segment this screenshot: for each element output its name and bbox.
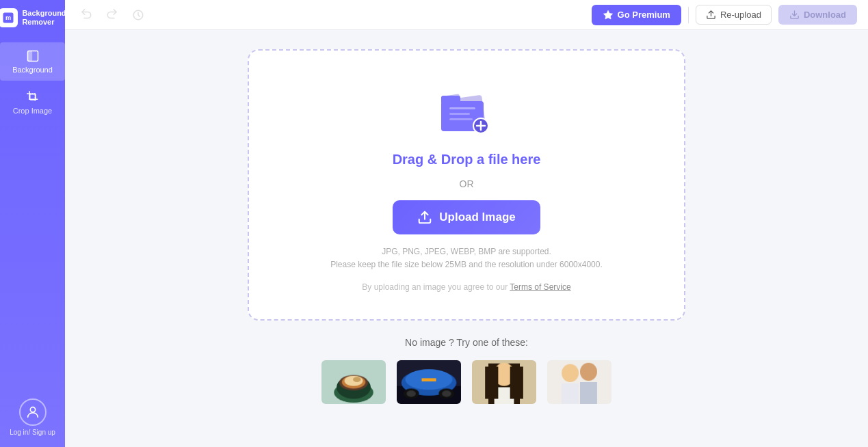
sidebar-nav: Background Crop Image [0,36,65,123]
folder-icon [436,83,497,138]
redo-button[interactable] [102,5,122,25]
samples-section: No image ? Try one of these: [320,337,613,405]
svg-text:m: m [5,14,11,21]
svg-point-5 [30,407,35,412]
sidebar: m Background Remover Background Crop Ima… [0,0,65,447]
toolbar-divider [688,7,689,23]
download-icon [789,10,800,20]
reupload-label: Re-upload [720,10,761,20]
reupload-button[interactable]: Re-upload [696,5,772,25]
sample-car-canvas [397,360,461,404]
sidebar-item-crop-label: Crop Image [13,107,52,115]
login-label: Log in/ Sign up [10,429,55,436]
svg-rect-16 [449,118,473,120]
download-button: Download [778,5,857,25]
sample-woman[interactable] [471,359,538,405]
reupload-icon [706,10,716,20]
svg-rect-14 [449,107,475,109]
upload-button[interactable]: Upload Image [393,200,540,234]
download-label: Download [804,10,846,20]
login-section[interactable]: Log in/ Sign up [10,398,55,436]
sample-coffee-canvas [321,360,386,404]
sidebar-item-background[interactable]: Background [0,42,65,81]
history-button[interactable] [128,5,148,25]
premium-label: Go Premium [618,10,670,20]
dropzone[interactable]: Drag & Drop a file here OR Upload Image … [248,49,685,321]
app-name: Background Remover [22,9,66,27]
crop-icon [26,90,40,104]
svg-marker-7 [603,10,612,19]
undo-button[interactable] [76,5,96,25]
terms-text: By uploading an image you agree to our T… [362,282,570,292]
app-logo: m Background Remover [0,0,65,36]
samples-label: No image ? Try one of these: [405,337,528,348]
sidebar-item-crop[interactable]: Crop Image [0,83,65,122]
premium-icon [603,10,614,21]
avatar [19,398,47,426]
content-area: Drag & Drop a file here OR Upload Image … [65,30,868,447]
terms-link[interactable]: Terms of Service [510,282,570,292]
undo-icon [80,9,92,21]
upload-icon [417,210,432,225]
folder-illustration [436,83,497,138]
sample-coffee[interactable] [320,359,387,405]
redo-icon [106,9,118,21]
toolbar-right: Go Premium Re-upload Download [592,5,857,25]
logo-icon: m [0,8,18,27]
svg-rect-13 [441,96,460,104]
main-area: Go Premium Re-upload Download [65,0,868,447]
sample-car[interactable] [395,359,462,405]
svg-rect-3 [27,51,32,62]
sample-couple-canvas [547,360,611,404]
toolbar-left [76,5,148,25]
samples-grid [320,359,613,405]
or-text: OR [460,178,474,189]
toolbar: Go Premium Re-upload Download [65,0,868,30]
user-icon [25,405,40,420]
sample-couple[interactable] [546,359,613,405]
upload-label: Upload Image [439,211,515,224]
go-premium-button[interactable]: Go Premium [592,5,681,25]
drag-text: Drag & Drop a file here [393,152,541,167]
sidebar-item-background-label: Background [12,66,53,74]
sample-woman-canvas [472,360,536,404]
history-icon [132,9,144,21]
file-types-text: JPG, PNG, JPEG, WEBP, BMP are supported.… [330,245,603,271]
svg-rect-15 [449,113,470,115]
background-icon [26,49,40,63]
